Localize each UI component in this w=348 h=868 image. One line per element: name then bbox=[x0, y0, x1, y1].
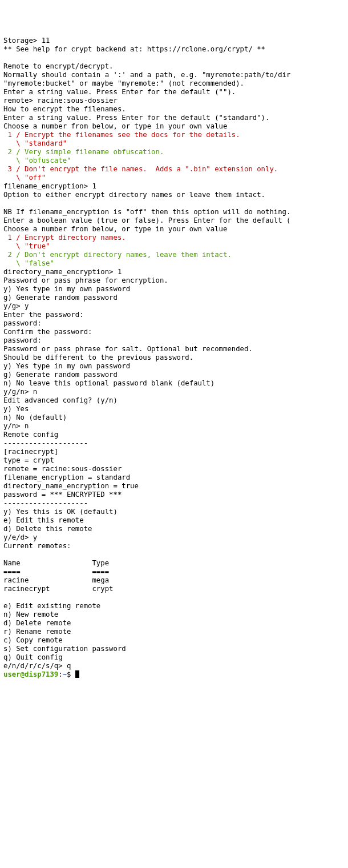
terminal-line: filename_encryption> 1 bbox=[3, 182, 345, 191]
terminal-text: y/n> n bbox=[3, 422, 29, 430]
terminal-text: -------------------- bbox=[3, 439, 88, 447]
terminal-text: n) No (default) bbox=[3, 413, 67, 421]
terminal-text: Remote config bbox=[3, 431, 58, 439]
terminal-text: ==== ==== bbox=[3, 568, 109, 576]
terminal-line: 1 / Encrypt the filenames see the docs f… bbox=[3, 131, 345, 139]
terminal-text: c) Copy remote bbox=[3, 636, 63, 644]
terminal-line: y/g/n> n bbox=[3, 388, 345, 396]
terminal-line: 1 / Encrypt directory names. bbox=[3, 234, 345, 242]
terminal-line: g) Generate random password bbox=[3, 294, 345, 302]
terminal-line: y) Yes bbox=[3, 405, 345, 413]
terminal-line: d) Delete this remote bbox=[3, 525, 345, 533]
terminal-line: q) Quit config bbox=[3, 653, 345, 662]
terminal-line: y) Yes type in my own password bbox=[3, 362, 345, 371]
terminal-text: Current remotes: bbox=[3, 542, 71, 550]
terminal-text: [racinecrypt] bbox=[3, 448, 58, 456]
terminal-text: y/e/d> y bbox=[3, 533, 37, 541]
terminal-line: Remote to encrypt/decrypt. bbox=[3, 62, 345, 71]
terminal-line: NB If filename_encryption is "off" then … bbox=[3, 208, 345, 216]
terminal-line: ** See help for crypt backend at: https:… bbox=[3, 45, 345, 54]
terminal-line: -------------------- bbox=[3, 499, 345, 508]
terminal-text: y/g> y bbox=[3, 302, 29, 310]
terminal-line: Current remotes: bbox=[3, 542, 345, 550]
terminal-text: q) Quit config bbox=[3, 653, 63, 661]
terminal-text: password = *** ENCRYPTED *** bbox=[3, 491, 122, 499]
terminal-text: directory_name_encryption> 1 bbox=[3, 268, 122, 276]
terminal-cursor bbox=[75, 670, 79, 678]
terminal-text: g) Generate random password bbox=[3, 294, 118, 302]
terminal-line: 3 / Don't encrypt the file names. Adds a… bbox=[3, 165, 345, 174]
terminal-line: racinecrypt crypt bbox=[3, 585, 345, 593]
terminal-prompt-line[interactable]: user@disp7139:~$ bbox=[3, 670, 345, 679]
terminal-line: Should be different to the previous pass… bbox=[3, 353, 345, 362]
terminal-line: s) Set configuration password bbox=[3, 645, 345, 653]
prompt-user-host: user@disp7139 bbox=[3, 670, 58, 678]
terminal-line: d) Delete remote bbox=[3, 619, 345, 628]
terminal-line: n) New remote bbox=[3, 610, 345, 619]
terminal-text: \ "obfuscate" bbox=[3, 156, 71, 164]
terminal-text: e/n/d/r/c/s/q> q bbox=[3, 662, 71, 670]
terminal-text: Choose a number from below, or type in y… bbox=[3, 122, 227, 130]
terminal-line: remote = racine:sous-dossier bbox=[3, 465, 345, 473]
terminal-text: Choose a number from below, or type in y… bbox=[3, 225, 227, 233]
terminal-text: remote = racine:sous-dossier bbox=[3, 465, 122, 473]
terminal-text: Remote to encrypt/decrypt. bbox=[3, 62, 114, 70]
terminal-text: s) Set configuration password bbox=[3, 645, 126, 653]
terminal-line: How to encrypt the filenames. bbox=[3, 105, 345, 114]
terminal-line: c) Copy remote bbox=[3, 636, 345, 645]
terminal-text: password: bbox=[3, 336, 42, 344]
terminal-text: racinecrypt crypt bbox=[3, 585, 114, 593]
terminal-line: type = crypt bbox=[3, 456, 345, 465]
terminal-text: type = crypt bbox=[3, 456, 54, 464]
terminal-output[interactable]: Storage> 11** See help for crypt backend… bbox=[3, 37, 345, 679]
terminal-text: e) Edit existing remote bbox=[3, 602, 100, 610]
terminal-line: g) Generate random password bbox=[3, 371, 345, 379]
terminal-line: Enter a string value. Press Enter for th… bbox=[3, 114, 345, 122]
terminal-text: r) Rename remote bbox=[3, 628, 71, 636]
terminal-line: \ "false" bbox=[3, 259, 345, 268]
terminal-line: Password or pass phrase for salt. Option… bbox=[3, 345, 345, 353]
terminal-text: g) Generate random password bbox=[3, 371, 118, 379]
terminal-text: Normally should contain a ':' and a path… bbox=[3, 71, 290, 79]
terminal-text: -------------------- bbox=[3, 499, 88, 507]
terminal-line: Storage> 11 bbox=[3, 37, 345, 45]
terminal-text: \ "off" bbox=[3, 174, 46, 182]
terminal-text: n) New remote bbox=[3, 610, 58, 618]
terminal-line: "myremote:bucket" or maybe "myremote:" (… bbox=[3, 79, 345, 88]
terminal-text: Edit advanced config? (y/n) bbox=[3, 396, 118, 404]
terminal-line: \ "obfuscate" bbox=[3, 156, 345, 165]
terminal-text: Storage> 11 bbox=[3, 37, 50, 45]
prompt-path: ~ bbox=[63, 670, 67, 678]
terminal-line: \ "true" bbox=[3, 242, 345, 251]
terminal-text: filename_encryption = standard bbox=[3, 473, 130, 481]
terminal-text: Enter the password: bbox=[3, 311, 84, 319]
terminal-line: \ "standard" bbox=[3, 139, 345, 148]
terminal-line: e/n/d/r/c/s/q> q bbox=[3, 662, 345, 670]
terminal-text: \ "true" bbox=[3, 242, 50, 250]
terminal-line bbox=[3, 550, 345, 559]
terminal-line: Normally should contain a ':' and a path… bbox=[3, 71, 345, 79]
terminal-line: Enter the password: bbox=[3, 311, 345, 319]
terminal-text: "myremote:bucket" or maybe "myremote:" (… bbox=[3, 79, 244, 87]
terminal-text: e) Edit this remote bbox=[3, 516, 84, 524]
terminal-text: Enter a boolean value (true or false). P… bbox=[3, 216, 290, 224]
terminal-line: \ "off" bbox=[3, 174, 345, 182]
terminal-text: y) Yes type in my own password bbox=[3, 362, 130, 370]
terminal-text: Name Type bbox=[3, 559, 109, 567]
terminal-line: Remote config bbox=[3, 431, 345, 439]
prompt-colon: : bbox=[58, 670, 62, 678]
terminal-line: Choose a number from below, or type in y… bbox=[3, 225, 345, 234]
terminal-text: y/g/n> n bbox=[3, 388, 37, 396]
terminal-line: n) No leave this optional password blank… bbox=[3, 379, 345, 388]
terminal-text: filename_encryption> 1 bbox=[3, 182, 96, 190]
terminal-line: Edit advanced config? (y/n) bbox=[3, 396, 345, 405]
prompt-dollar: $ bbox=[67, 670, 75, 678]
terminal-text: 1 / Encrypt the filenames see the docs f… bbox=[3, 131, 240, 139]
terminal-text: 1 / Encrypt directory names. bbox=[3, 234, 126, 242]
terminal-line: y/n> n bbox=[3, 422, 345, 431]
terminal-text: y) Yes this is OK (default) bbox=[3, 508, 118, 516]
terminal-text: d) Delete remote bbox=[3, 619, 71, 627]
terminal-line: password: bbox=[3, 336, 345, 345]
terminal-text: 3 / Don't encrypt the file names. Adds a… bbox=[3, 165, 278, 173]
terminal-line: 2 / Very simple filename obfuscation. bbox=[3, 148, 345, 156]
